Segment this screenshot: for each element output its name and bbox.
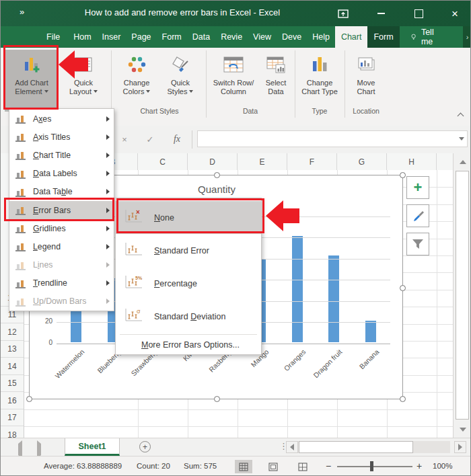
column-header-h[interactable]: H bbox=[387, 153, 437, 170]
tab-overflow-button[interactable]: › bbox=[463, 26, 471, 48]
new-sheet-button[interactable]: + bbox=[139, 441, 151, 452]
selection-handle[interactable] bbox=[400, 285, 406, 291]
column-header-g[interactable]: G bbox=[337, 153, 387, 170]
sheet-nav-right-button[interactable] bbox=[37, 444, 41, 456]
change-chart-type-button[interactable]: Change Chart Type bbox=[297, 50, 342, 112]
column-header-e[interactable]: E bbox=[238, 153, 287, 170]
row-header[interactable]: 17 bbox=[1, 409, 24, 426]
minimize-button[interactable] bbox=[372, 5, 390, 22]
zoom-slider-thumb[interactable] bbox=[370, 461, 373, 471]
menu-item-gridlines[interactable]: Gridlines bbox=[9, 219, 114, 237]
column-header-d[interactable]: D bbox=[188, 153, 238, 170]
tab-chart-design[interactable]: Chart bbox=[335, 26, 368, 48]
scroll-down-button[interactable] bbox=[454, 422, 471, 437]
submenu-item-label: Standard Deviation bbox=[154, 312, 256, 321]
formula-input[interactable] bbox=[197, 130, 468, 147]
sheet-nav-left-button[interactable] bbox=[18, 444, 22, 456]
selection-handle[interactable] bbox=[400, 172, 406, 178]
selection-handle[interactable] bbox=[400, 396, 406, 402]
chart-bar[interactable] bbox=[292, 236, 303, 342]
switch-row-column-icon bbox=[223, 52, 244, 77]
tab-help[interactable]: Help bbox=[307, 26, 335, 48]
hscroll-right-button[interactable] bbox=[454, 441, 466, 453]
label-line2: Data bbox=[268, 87, 283, 95]
page-break-preview-button[interactable] bbox=[294, 460, 312, 473]
tab-review[interactable]: Revie bbox=[215, 26, 248, 48]
collapse-ribbon-button[interactable] bbox=[458, 112, 464, 118]
menu-item-legend[interactable]: Legend bbox=[9, 237, 114, 255]
select-data-label: Select Data bbox=[266, 79, 287, 96]
tab-home[interactable]: Hom bbox=[68, 26, 96, 48]
qat-expand-button[interactable]: » bbox=[20, 7, 24, 17]
select-data-button[interactable]: Select Data bbox=[259, 50, 293, 112]
page-layout-view-button[interactable] bbox=[264, 460, 282, 473]
zoom-in-button[interactable]: + bbox=[416, 461, 422, 471]
menu-item-axis-titles[interactable]: Axis Titles bbox=[9, 128, 114, 146]
column-header-f[interactable]: F bbox=[287, 153, 337, 170]
page-break-icon bbox=[298, 463, 307, 471]
enter-button[interactable]: ✓ bbox=[142, 132, 158, 147]
label-line1: Switch Row/ bbox=[213, 79, 254, 87]
close-icon: × bbox=[451, 8, 458, 19]
close-button[interactable]: × bbox=[446, 5, 464, 22]
row-header[interactable]: 14 bbox=[1, 358, 24, 375]
submenu-item-standard-deviation[interactable]: σ Standard Deviation bbox=[116, 300, 261, 333]
submenu-item-more-error-bars-options[interactable]: More Error Bars Options... bbox=[116, 336, 261, 353]
row-header[interactable]: 13 bbox=[1, 341, 24, 358]
horizontal-scroll-thumb[interactable] bbox=[299, 441, 413, 453]
selection-handle[interactable] bbox=[214, 396, 220, 402]
tell-me-button[interactable]: Tell me bbox=[404, 26, 445, 48]
menu-item-label: Axis Titles bbox=[33, 132, 106, 142]
zoom-out-button[interactable]: − bbox=[326, 461, 331, 471]
group-label-type: Type bbox=[295, 107, 344, 115]
selection-handle[interactable] bbox=[214, 172, 220, 178]
tab-data[interactable]: Data bbox=[187, 26, 215, 48]
row-header[interactable]: 18 bbox=[1, 427, 24, 438]
change-colors-button[interactable]: Change Colors bbox=[115, 50, 158, 112]
normal-view-button[interactable] bbox=[235, 460, 252, 473]
hscroll-left-button[interactable] bbox=[286, 441, 298, 453]
formula-expand-icon[interactable] bbox=[459, 137, 464, 141]
submenu-item-standard-error[interactable]: Standard Error bbox=[116, 234, 261, 267]
cancel-button[interactable]: × bbox=[116, 132, 133, 147]
menu-item-chart-title[interactable]: Chart Title bbox=[9, 146, 114, 164]
tab-page-layout[interactable]: Page bbox=[126, 26, 156, 48]
sheet-tab-sheet1[interactable]: Sheet1 bbox=[65, 438, 120, 456]
horizontal-scrollbar[interactable] bbox=[298, 441, 450, 453]
quick-styles-button[interactable]: Quick Styles bbox=[159, 50, 201, 112]
tab-formulas[interactable]: Form bbox=[157, 26, 187, 48]
vertical-scrollbar[interactable] bbox=[453, 153, 471, 438]
row-header[interactable]: 16 bbox=[1, 393, 24, 409]
column-header-c[interactable]: C bbox=[138, 153, 188, 170]
menu-item-trendline[interactable]: Trendline bbox=[9, 274, 114, 292]
scroll-up-button[interactable] bbox=[454, 155, 471, 169]
axis-titles-icon bbox=[15, 132, 26, 142]
label-line2: Layout bbox=[69, 87, 92, 95]
zoom-slider-track[interactable] bbox=[337, 466, 412, 467]
submenu-item-label: More Error Bars Options... bbox=[141, 340, 261, 350]
chart-bar[interactable] bbox=[328, 255, 339, 342]
maximize-button[interactable] bbox=[410, 5, 427, 22]
menu-item-data-labels[interactable]: Data Labels bbox=[9, 165, 114, 183]
menu-item-axes[interactable]: Axes bbox=[9, 110, 114, 128]
label-line2: Colors bbox=[123, 87, 145, 95]
switch-row-column-button[interactable]: Switch Row/ Column bbox=[209, 50, 258, 112]
row-header[interactable]: 15 bbox=[1, 375, 24, 392]
vertical-scroll-thumb[interactable] bbox=[456, 171, 469, 420]
selection-handle[interactable] bbox=[26, 396, 32, 402]
tab-format[interactable]: Form bbox=[367, 26, 399, 48]
chart-filters-button[interactable] bbox=[406, 233, 429, 255]
window-title: How to add and remove error bars in Exce… bbox=[55, 7, 310, 17]
row-header[interactable]: 12 bbox=[1, 324, 24, 341]
zoom-level[interactable]: 100% bbox=[433, 462, 452, 470]
submenu-item-percentage[interactable]: 5% Percentage bbox=[116, 267, 261, 300]
chart-styles-button[interactable] bbox=[406, 204, 429, 227]
tab-developer[interactable]: Deve bbox=[277, 26, 307, 48]
tab-insert[interactable]: Inser bbox=[97, 26, 126, 48]
chart-bar[interactable] bbox=[365, 321, 376, 342]
chart-elements-button[interactable]: + bbox=[406, 176, 429, 199]
move-chart-button[interactable]: Move Chart bbox=[347, 50, 385, 112]
insert-function-button[interactable]: fx bbox=[169, 132, 185, 147]
tab-view[interactable]: View bbox=[248, 26, 277, 48]
ribbon-display-options-button[interactable] bbox=[334, 5, 352, 22]
